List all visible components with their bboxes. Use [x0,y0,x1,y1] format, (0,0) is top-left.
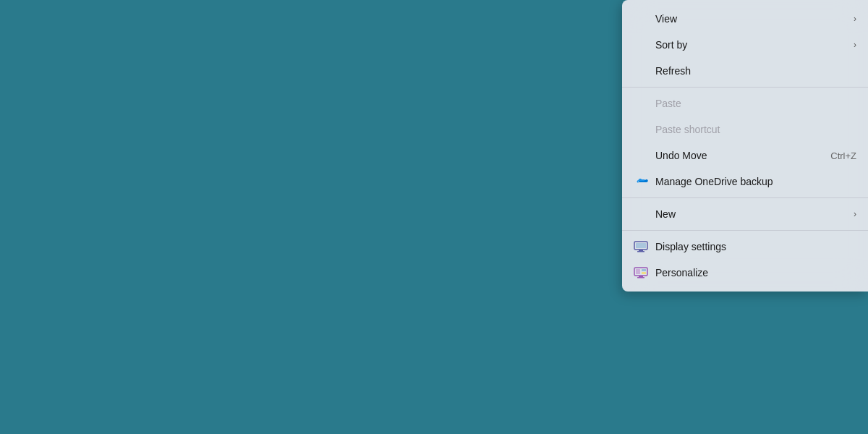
paste-icon [634,96,648,111]
menu-item-paste[interactable]: Paste [622,90,868,116]
manage-onedrive-label: Manage OneDrive backup [655,176,856,187]
onedrive-icon [634,174,648,189]
svg-rect-5 [636,269,640,274]
personalize-label: Personalize [655,267,856,278]
undo-move-shortcut: Ctrl+Z [830,150,856,161]
sort-by-icon [634,38,648,52]
menu-section-paste: Paste Paste shortcut Undo Move Ctrl+Z [622,87,868,197]
refresh-label: Refresh [655,65,856,77]
menu-item-personalize[interactable]: Personalize [622,260,868,286]
svg-rect-6 [642,269,646,271]
svg-rect-9 [637,277,644,278]
menu-item-paste-shortcut[interactable]: Paste shortcut [622,116,868,142]
svg-rect-2 [637,251,644,252]
paste-label: Paste [655,98,856,109]
personalize-icon [634,265,648,280]
menu-section-settings: Display settings Personalize [622,230,868,289]
view-icon [634,12,648,26]
undo-move-icon [634,148,648,163]
display-settings-icon [634,239,648,254]
display-settings-label: Display settings [655,241,856,252]
view-label: View [655,13,848,25]
paste-shortcut-label: Paste shortcut [655,124,856,135]
refresh-icon [634,64,648,78]
menu-item-display-settings[interactable]: Display settings [622,234,868,260]
menu-item-undo-move[interactable]: Undo Move Ctrl+Z [622,142,868,169]
menu-section-view: View › Sort by › Refresh [622,3,868,87]
menu-item-refresh[interactable]: Refresh [622,58,868,84]
svg-rect-1 [639,250,643,251]
svg-rect-3 [636,243,646,248]
menu-item-view[interactable]: View › [622,6,868,32]
context-menu: View › Sort by › Refresh Paste Paste sho… [622,0,868,292]
sort-by-label: Sort by [655,39,848,51]
desktop: View › Sort by › Refresh Paste Paste sho… [0,0,868,434]
undo-move-label: Undo Move [655,150,819,161]
view-arrow: › [854,14,856,24]
new-label: New [655,208,848,220]
menu-item-manage-onedrive[interactable]: Manage OneDrive backup [622,169,868,195]
svg-rect-8 [639,276,643,277]
menu-item-new[interactable]: New › [622,201,868,227]
sort-by-arrow: › [854,40,856,50]
svg-rect-7 [642,272,646,274]
menu-item-sort-by[interactable]: Sort by › [622,32,868,58]
new-arrow: › [854,209,856,219]
menu-section-new: New › [622,197,868,230]
new-icon [634,207,648,221]
paste-shortcut-icon [634,122,648,137]
